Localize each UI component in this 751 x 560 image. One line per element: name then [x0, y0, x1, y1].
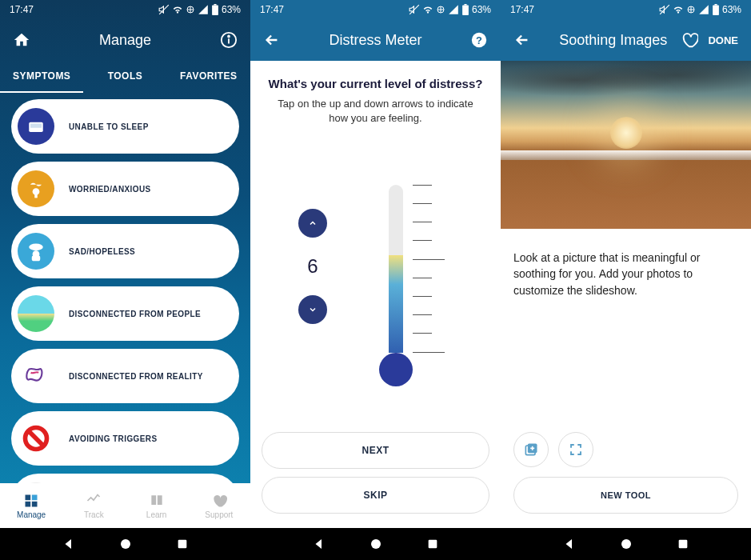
svg-rect-20 [178, 540, 187, 549]
mute-icon [158, 4, 170, 15]
mute-icon [659, 4, 670, 15]
svg-rect-7 [30, 124, 42, 128]
symptom-item-sleep[interactable]: UNABLE TO SLEEP [11, 99, 239, 154]
back-nav-icon[interactable] [312, 537, 326, 551]
status-bar: 17:47 63% [0, 0, 250, 19]
svg-point-26 [371, 539, 381, 549]
svg-text:?: ? [476, 34, 482, 46]
back-nav-icon[interactable] [62, 537, 76, 551]
app-bar: Manage [0, 19, 250, 61]
nav-support[interactable]: Support [188, 483, 250, 528]
new-tool-button[interactable]: NEW TOOL [513, 477, 738, 514]
svg-point-10 [29, 243, 43, 250]
home-nav-icon[interactable] [369, 537, 383, 551]
tab-favorites[interactable]: FAVORITES [167, 61, 250, 93]
svg-point-19 [121, 539, 130, 549]
symptom-item-triggers[interactable]: AVOIDING TRIGGERS [11, 411, 239, 466]
page-title: Distress Meter [295, 32, 456, 49]
wifi-icon [673, 4, 684, 15]
book-icon [149, 493, 165, 509]
tab-tools[interactable]: TOOLS [83, 61, 166, 93]
help-icon[interactable]: ? [470, 31, 488, 49]
back-icon[interactable] [513, 31, 531, 49]
nav-track[interactable]: Track [62, 483, 125, 528]
up-arrow-button[interactable] [298, 209, 327, 238]
home-nav-icon[interactable] [619, 537, 633, 551]
symptom-item-people[interactable]: DISCONNECTED FROM PEOPLE [11, 286, 239, 341]
network-icon [686, 5, 696, 14]
svg-line-14 [29, 431, 43, 446]
soothing-image [501, 61, 751, 229]
add-image-button[interactable] [513, 432, 549, 467]
symptom-label: SAD/HOPELESS [69, 247, 135, 256]
status-time: 17:47 [260, 4, 284, 15]
down-arrow-button[interactable] [298, 295, 327, 324]
symptom-item-partial[interactable] [11, 474, 239, 483]
status-time: 17:47 [10, 4, 34, 15]
no-icon [18, 420, 54, 457]
anxious-icon [18, 170, 54, 207]
instruction-text: Tap on the up and down arrows to indicat… [262, 97, 489, 126]
battery-icon [211, 4, 219, 15]
nav-manage[interactable]: Manage [0, 483, 62, 528]
tab-symptoms[interactable]: SYMPTOMS [0, 61, 83, 93]
beach-icon [18, 295, 54, 332]
mute-icon [409, 4, 420, 15]
svg-rect-36 [679, 540, 688, 549]
fullscreen-button[interactable] [558, 432, 593, 467]
symptom-item-anxious[interactable]: WORRIED/ANXIOUS [11, 162, 239, 216]
symptom-label: DISCONNECTED FROM REALITY [69, 372, 203, 381]
svg-rect-17 [26, 501, 31, 506]
svg-rect-1 [212, 6, 218, 15]
skip-button[interactable]: SKIP [262, 477, 489, 514]
svg-rect-9 [34, 193, 38, 198]
signal-icon [198, 4, 209, 15]
nav-label: Learn [146, 510, 167, 519]
signal-icon [698, 4, 709, 15]
status-time: 17:47 [510, 4, 534, 15]
system-nav [0, 528, 250, 560]
sleep-icon [18, 108, 54, 145]
system-nav [501, 528, 751, 560]
thermometer [389, 185, 403, 385]
back-nav-icon[interactable] [562, 537, 577, 551]
recent-nav-icon[interactable] [176, 538, 189, 550]
nav-label: Manage [17, 510, 46, 519]
favorite-icon[interactable] [681, 31, 698, 49]
grid-icon [23, 493, 39, 509]
svg-rect-2 [214, 4, 216, 6]
signal-icon [448, 4, 459, 15]
symptom-item-sad[interactable]: SAD/HOPELESS [11, 224, 239, 278]
heart-icon [211, 493, 227, 509]
svg-rect-23 [464, 4, 466, 6]
question-text: What's your current level of distress? [262, 77, 489, 90]
tabs: SYMPTOMS TOOLS FAVORITES [0, 61, 250, 93]
home-icon[interactable] [13, 31, 30, 49]
app-bar: Soothing Images DONE [501, 19, 751, 61]
done-button[interactable]: DONE [708, 34, 738, 46]
home-nav-icon[interactable] [118, 537, 133, 551]
battery-percent: 63% [472, 4, 491, 15]
bottom-nav: Manage Track Learn Support [0, 483, 250, 528]
recent-nav-icon[interactable] [677, 538, 689, 550]
symptom-item-reality[interactable]: DISCONNECTED FROM REALITY [11, 349, 239, 403]
back-icon[interactable] [263, 31, 281, 49]
battery-percent: 63% [222, 4, 241, 15]
page-title: Manage [45, 32, 206, 49]
svg-point-5 [228, 36, 230, 38]
nav-learn[interactable]: Learn [126, 483, 188, 528]
status-bar: 17:47 63% [501, 0, 751, 19]
description-text: Look at a picture that is meaningful or … [513, 250, 738, 298]
svg-point-35 [621, 539, 631, 549]
svg-rect-27 [429, 540, 437, 549]
info-icon[interactable] [220, 31, 238, 49]
battery-icon [712, 4, 720, 15]
symptom-label: DISCONNECTED FROM PEOPLE [69, 310, 201, 318]
sad-icon [18, 233, 54, 270]
next-button[interactable]: NEXT [262, 432, 489, 469]
track-icon [86, 493, 102, 509]
symptom-label: AVOIDING TRIGGERS [69, 434, 158, 443]
recent-nav-icon[interactable] [426, 538, 439, 550]
svg-rect-18 [32, 501, 38, 506]
nav-label: Support [205, 510, 233, 519]
